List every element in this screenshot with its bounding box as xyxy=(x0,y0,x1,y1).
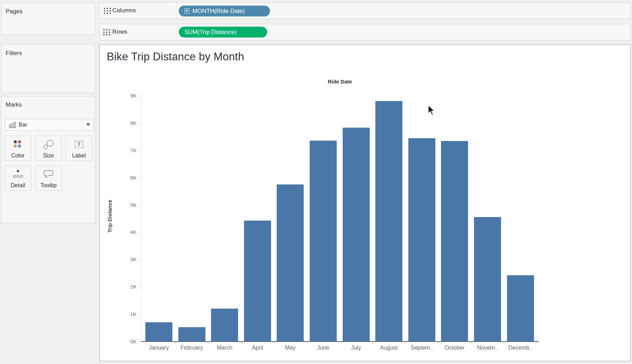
x-tick-mark xyxy=(438,342,439,344)
filters-label: Filters xyxy=(1,45,95,57)
bar-august[interactable] xyxy=(375,101,402,342)
color-dots-icon xyxy=(13,140,22,149)
x-tick-mark xyxy=(406,342,406,344)
y-axis-line xyxy=(141,93,141,342)
shelf-divider xyxy=(177,24,177,40)
size-button[interactable]: Size xyxy=(35,136,62,161)
bar-july[interactable] xyxy=(343,128,370,342)
bar-decemb[interactable] xyxy=(507,275,534,342)
pages-shelf[interactable]: Pages xyxy=(1,3,95,35)
mark-type-value: Bar xyxy=(19,122,27,128)
marks-label: Marks xyxy=(1,96,95,108)
mouse-cursor xyxy=(427,105,437,116)
rows-icon xyxy=(103,29,110,35)
label-button-label: Label xyxy=(72,153,86,159)
pill-sum-trip-distance[interactable]: SUM(Trip Distance) xyxy=(179,27,267,38)
columns-pill-label: MONTH(Ride Date) xyxy=(192,8,245,15)
size-button-label: Size xyxy=(43,153,54,159)
y-tick-mark xyxy=(138,96,141,96)
label-button[interactable]: T Label xyxy=(66,136,92,161)
bar-january[interactable] xyxy=(145,322,172,342)
detail-button[interactable]: Detail xyxy=(5,166,31,191)
size-circles-icon xyxy=(44,140,53,149)
y-axis-title: Trip Distance xyxy=(107,132,113,301)
bar-april[interactable] xyxy=(244,221,271,342)
tooltip-button[interactable]: Tooltip xyxy=(35,166,62,191)
y-tick-label: 3K xyxy=(112,256,137,262)
tooltip-button-label: Tooltip xyxy=(40,182,57,189)
pill-month-ride-date[interactable]: MONTH(Ride Date) xyxy=(179,6,270,16)
y-tick-label: 8K xyxy=(112,120,137,126)
y-tick-label: 1K xyxy=(112,311,137,317)
mark-type-dropdown[interactable]: Bar xyxy=(5,119,94,130)
y-tick-mark xyxy=(138,259,141,260)
x-tick-mark xyxy=(274,342,274,344)
y-tick-label: 0K xyxy=(112,338,137,344)
y-tick-mark xyxy=(138,150,141,151)
bar-novem[interactable] xyxy=(474,217,501,342)
tableau-workspace: Pages Filters Marks Bar Color Size T xyxy=(0,0,632,364)
x-tick-mark xyxy=(340,342,340,344)
y-tick-mark xyxy=(138,205,141,205)
x-tick-mark xyxy=(241,342,242,344)
bar-chart-icon xyxy=(9,122,16,128)
shelf-divider xyxy=(177,3,177,19)
worksheet-title[interactable]: Bike Trip Distance by Month xyxy=(107,50,244,63)
y-tick-label: 9K xyxy=(112,93,137,99)
pages-label: Pages xyxy=(1,3,95,15)
x-tick-mark xyxy=(373,342,373,344)
detail-button-label: Detail xyxy=(11,182,25,189)
rows-shelf-label: Rows xyxy=(112,28,127,35)
mark-type-caret[interactable] xyxy=(82,119,93,130)
chevron-down-icon xyxy=(86,123,90,126)
y-tick-label: 2K xyxy=(112,284,137,290)
y-tick-mark xyxy=(138,178,141,178)
x-tick-label: Decemb.. xyxy=(501,345,540,351)
x-tick-mark xyxy=(175,342,176,344)
worksheet-view: Bike Trip Distance by Month Ride Date Tr… xyxy=(99,45,631,361)
bar-june[interactable] xyxy=(310,141,337,342)
columns-shelf-label: Columns xyxy=(112,7,136,14)
x-tick-mark xyxy=(307,342,307,344)
y-tick-label: 5K xyxy=(112,202,137,208)
filters-shelf[interactable]: Filters xyxy=(1,45,95,93)
bar-february[interactable] xyxy=(178,327,205,342)
detail-dots-icon xyxy=(13,170,23,178)
y-tick-mark xyxy=(138,287,141,287)
label-text-icon: T xyxy=(75,141,83,148)
columns-shelf[interactable]: Columns MONTH(Ride Date) xyxy=(99,2,631,19)
tooltip-bubble-icon xyxy=(44,170,53,178)
y-tick-label: 4K xyxy=(112,229,137,235)
y-tick-mark xyxy=(138,123,141,123)
columns-icon xyxy=(104,8,111,14)
column-field-header[interactable]: Ride Date xyxy=(141,79,539,85)
rows-shelf[interactable]: Rows SUM(Trip Distance) xyxy=(99,24,631,40)
y-tick-label: 7K xyxy=(112,147,137,153)
marks-card: Marks Bar Color Size T Label xyxy=(1,96,95,223)
x-tick-mark xyxy=(504,342,504,344)
color-button[interactable]: Color xyxy=(5,136,31,161)
color-button-label: Color xyxy=(11,153,25,159)
y-tick-label: 6K xyxy=(112,175,137,181)
y-tick-mark xyxy=(138,232,141,232)
plus-box-icon[interactable] xyxy=(184,8,190,14)
x-tick-mark xyxy=(208,342,209,344)
bar-septem[interactable] xyxy=(408,138,435,342)
bar-may[interactable] xyxy=(277,184,304,342)
x-tick-mark xyxy=(471,342,472,344)
bar-october[interactable] xyxy=(441,141,468,342)
bar-march[interactable] xyxy=(211,309,238,342)
y-tick-mark xyxy=(138,314,141,315)
x-tick-mark xyxy=(537,342,537,344)
rows-pill-label: SUM(Trip Distance) xyxy=(184,29,237,36)
